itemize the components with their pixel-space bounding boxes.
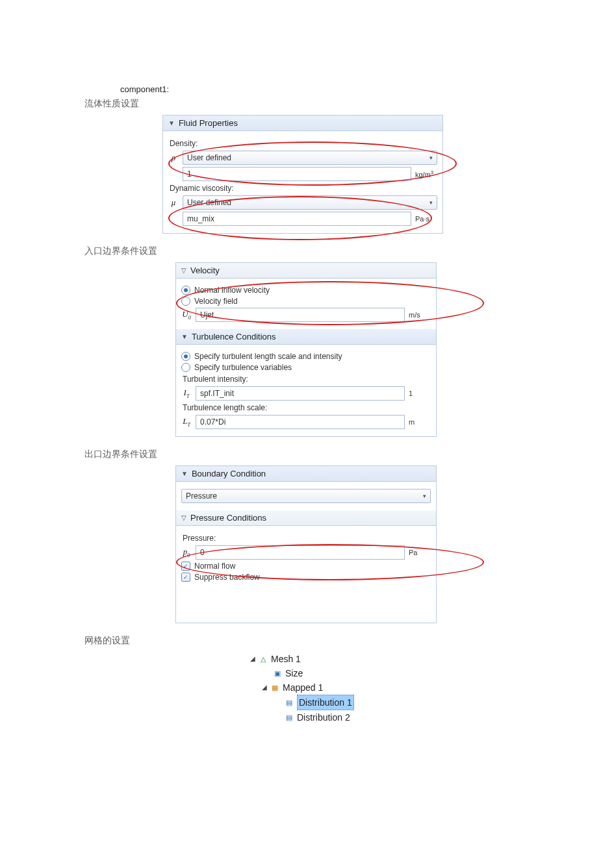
section-fluid-title: 流体性质设置 <box>84 98 530 110</box>
tree-item-size[interactable]: ▣ Size <box>272 666 530 680</box>
triangle-expanded-icon: ◢ <box>250 652 255 666</box>
turb-length-label: Turbulence length scale: <box>183 403 431 412</box>
p0-symbol: p0 <box>181 547 192 558</box>
turbulence-header[interactable]: ▼ Turbulence Conditions <box>176 329 436 345</box>
turbulence-title: Turbulence Conditions <box>192 332 276 341</box>
bc-select[interactable]: Pressure ▾ <box>181 489 431 503</box>
tree-item-mapped1[interactable]: ◢ ▦ Mapped 1 <box>262 680 530 695</box>
density-select[interactable]: User defined ▾ <box>183 151 437 165</box>
viscosity-value-input[interactable]: mu_mix <box>183 212 411 226</box>
it-unit: 1 <box>409 390 431 397</box>
p0-value: 0 <box>200 548 205 557</box>
density-unit: kg/m3 <box>415 169 437 179</box>
mesh-icon: △ <box>258 654 268 664</box>
viscosity-label: Dynamic viscosity: <box>170 184 437 193</box>
outlet-panel: ▼ Boundary Condition Pressure ▾ ▽ Pressu… <box>175 465 437 623</box>
chevron-down-icon: ▼ <box>168 119 175 127</box>
viscosity-select[interactable]: User defined ▾ <box>183 195 437 210</box>
turb-intensity-label: Turbulent intensity: <box>183 375 431 384</box>
it-value: spf.IT_init <box>200 389 234 398</box>
inlet-panel: ▽ Velocity Normal inflow velocity Veloci… <box>175 262 437 437</box>
boundary-condition-header[interactable]: ▼ Boundary Condition <box>176 466 436 482</box>
chevron-down-icon: ▾ <box>429 199 433 206</box>
size-label: Size <box>285 666 303 680</box>
velocity-header[interactable]: ▽ Velocity <box>176 263 436 279</box>
chevron-down-icon: ▼ <box>181 333 188 340</box>
section-mesh-title: 网格的设置 <box>84 635 530 647</box>
radio-velocity-field-label: Velocity field <box>194 297 238 306</box>
radio-velocity-field[interactable] <box>181 297 190 306</box>
distribution-icon: ▤ <box>284 712 294 723</box>
chevron-down-icon: ▼ <box>181 470 188 477</box>
pressure-label: Pressure: <box>183 534 431 543</box>
density-value: 1 <box>187 169 192 179</box>
distribution1-label: Distribution 1 <box>297 695 354 710</box>
u0-input[interactable]: Ujet <box>196 308 405 322</box>
normal-flow-label: Normal flow <box>194 562 235 571</box>
suppress-backflow-checkbox[interactable] <box>181 573 190 582</box>
chevron-down-icon: ▾ <box>423 493 426 499</box>
density-label: Density: <box>170 139 437 148</box>
chevron-down-icon: ▽ <box>181 514 186 521</box>
tree-item-distribution1[interactable]: ▤ Distribution 1 <box>284 695 530 710</box>
lt-unit: m <box>409 418 431 426</box>
u0-symbol: U0 <box>181 309 192 321</box>
density-symbol: ρ <box>168 153 179 163</box>
pressure-conditions-title: Pressure Conditions <box>190 513 266 523</box>
radio-normal-label: Normal inflow velocity <box>194 286 270 295</box>
mesh1-label: Mesh 1 <box>271 652 301 666</box>
fluid-properties-header[interactable]: ▼ Fluid Properties <box>163 116 442 131</box>
spacer <box>168 169 179 179</box>
section-inlet-title: 入口边界条件设置 <box>84 245 530 257</box>
lt-value: 0.07*Di <box>200 417 225 427</box>
component-line: component1: <box>120 84 530 94</box>
density-select-value: User defined <box>187 153 231 162</box>
lt-symbol: LT <box>181 416 192 428</box>
mapped1-label: Mapped 1 <box>283 680 323 695</box>
density-value-input[interactable]: 1 <box>183 167 411 181</box>
chevron-down-icon: ▾ <box>429 155 433 161</box>
p0-input[interactable]: 0 <box>196 545 405 560</box>
radio-normal-inflow[interactable] <box>181 286 190 295</box>
boundary-condition-title: Boundary Condition <box>192 469 266 478</box>
it-input[interactable]: spf.IT_init <box>196 386 405 401</box>
section-outlet-title: 出口边界条件设置 <box>84 449 530 460</box>
viscosity-symbol: μ <box>168 197 179 208</box>
pressure-conditions-header[interactable]: ▽ Pressure Conditions <box>176 510 436 526</box>
radio-spec-ls-label: Specify turbulent length scale and inten… <box>194 352 342 361</box>
bc-select-value: Pressure <box>186 491 217 501</box>
distribution2-label: Distribution 2 <box>297 710 350 725</box>
mapped-icon: ▦ <box>270 682 280 693</box>
distribution-icon: ▤ <box>284 697 294 708</box>
mesh-tree: ◢ △ Mesh 1 ▣ Size ◢ ▦ Mapped 1 ▤ Distrib… <box>250 652 530 725</box>
velocity-title: Velocity <box>190 266 220 275</box>
tree-item-distribution2[interactable]: ▤ Distribution 2 <box>284 710 530 725</box>
tree-item-mesh1[interactable]: ◢ △ Mesh 1 <box>250 652 530 666</box>
viscosity-select-value: User defined <box>187 198 231 207</box>
normal-flow-checkbox[interactable] <box>181 562 190 571</box>
radio-spec-vars-label: Specify turbulence variables <box>194 363 292 372</box>
chevron-down-icon: ▽ <box>181 267 186 274</box>
triangle-expanded-icon: ◢ <box>262 680 267 695</box>
viscosity-value: mu_mix <box>187 214 214 223</box>
fluid-properties-panel: ▼ Fluid Properties Density: ρ User defin… <box>162 115 443 234</box>
suppress-backflow-label: Suppress backflow <box>194 573 260 582</box>
u0-unit: m/s <box>409 311 431 319</box>
fluid-properties-title: Fluid Properties <box>179 118 238 128</box>
size-icon: ▣ <box>272 668 283 678</box>
radio-spec-ls[interactable] <box>181 352 190 361</box>
p0-unit: Pa <box>409 549 431 556</box>
it-symbol: IT <box>181 388 192 399</box>
u0-value: Ujet <box>200 310 214 319</box>
viscosity-unit: Pa·s <box>415 215 437 223</box>
spacer <box>168 214 179 224</box>
lt-input[interactable]: 0.07*Di <box>196 415 405 429</box>
radio-spec-vars[interactable] <box>181 363 190 372</box>
